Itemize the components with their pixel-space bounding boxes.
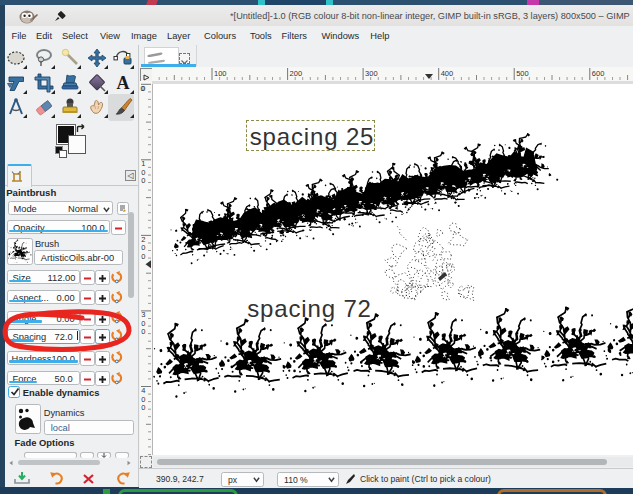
svg-text:0: 0	[141, 252, 145, 261]
svg-text:200: 200	[290, 69, 303, 78]
svg-text:A: A	[117, 73, 130, 93]
svg-text:0: 0	[141, 403, 145, 412]
svg-text:0: 0	[141, 327, 145, 336]
svg-text:300: 300	[365, 69, 378, 78]
svg-text:0: 0	[141, 176, 145, 185]
svg-text:0: 0	[141, 84, 145, 93]
svg-text:600: 600	[592, 69, 605, 78]
svg-text:400: 400	[441, 69, 454, 78]
svg-text:100: 100	[214, 69, 227, 78]
svg-text:500: 500	[516, 69, 529, 78]
